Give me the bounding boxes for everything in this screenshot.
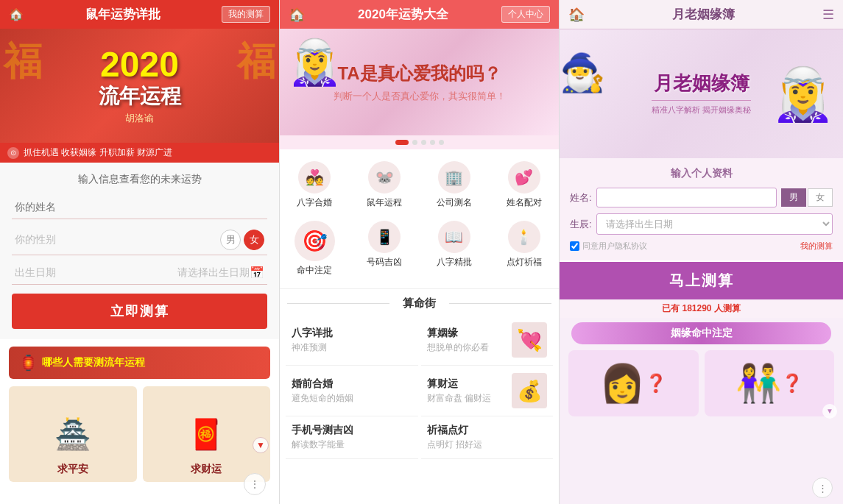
p2-list-text-bazi: 八字详批 神准预测 bbox=[292, 327, 412, 354]
p1-promo-icon: 🏮 bbox=[19, 354, 38, 372]
p1-share-button[interactable]: ⋮ bbox=[244, 473, 266, 495]
p2-label-minzhong: 命中注定 bbox=[297, 264, 332, 277]
p2-icon-bazijingpi: 📖 bbox=[438, 221, 470, 253]
p1-fu-right: 福 bbox=[237, 36, 275, 88]
p3-submit-button[interactable]: 马上测算 bbox=[560, 262, 843, 299]
p3-cards-title: 姻缘命中注定 bbox=[571, 322, 831, 344]
p2-grid-shunian[interactable]: 🐭 鼠年运程 bbox=[350, 155, 420, 215]
p1-card-2[interactable]: 🧧 求财运 bbox=[143, 386, 271, 482]
p1-card-2-label: 求财运 bbox=[191, 463, 222, 476]
p3-banner-subtitle: 精准八字解析 揭开姻缘奥秘 bbox=[652, 100, 751, 116]
p2-list-row-3: 手机号测吉凶 解读数字能量 祈福点灯 点明灯 招好运 bbox=[286, 416, 553, 459]
p1-scroll-down-button[interactable]: ▼ bbox=[253, 437, 269, 453]
p2-list-text-yinyuan: 算姻缘 想脱单的你必看 bbox=[427, 327, 505, 354]
p3-form-title: 输入个人资料 bbox=[570, 167, 833, 180]
p2-list-title-qifu: 祈福点灯 bbox=[427, 424, 548, 437]
p3-date-row: 生辰: 请选择出生日期 bbox=[570, 213, 833, 235]
p3-male-button[interactable]: 男 bbox=[781, 188, 806, 207]
p1-header-title: 鼠年运势详批 bbox=[85, 6, 161, 23]
p2-grid-minzhong[interactable]: 🎯 命中注定 bbox=[280, 215, 350, 283]
p2-home-icon[interactable]: 🏠 bbox=[289, 7, 305, 23]
p2-personal-center-button[interactable]: 个人中心 bbox=[501, 6, 550, 23]
panel-3: 🏠 月老姻缘簿 ☰ 🧙‍♂️ 月老姻缘簿 精准八字解析 揭开姻缘奥秘 🧝‍♀️ … bbox=[560, 0, 843, 504]
panel-2: 🏠 2020年运势大全 个人中心 🧝‍♀️ TA是真心爱我的吗？ 判断一个人是否… bbox=[280, 0, 560, 504]
p1-card-1-label: 求平安 bbox=[57, 463, 88, 476]
p2-list-sub-hunqian: 避免短命的婚姻 bbox=[292, 392, 412, 405]
p2-list-img-caiyun: 💰 bbox=[512, 373, 547, 408]
p2-icon-company: 🏢 bbox=[438, 161, 470, 194]
p2-list-img-yinyuan: 💘 bbox=[512, 322, 547, 358]
p3-banner-title: 月老姻缘簿 bbox=[652, 72, 751, 95]
p2-label-bazihehun: 八字合婚 bbox=[297, 196, 332, 209]
p3-card-2-overlay: 👫 ❓ bbox=[705, 350, 835, 416]
p2-dot-1[interactable] bbox=[395, 140, 409, 145]
p2-list-item-bazixiangpi[interactable]: 八字详批 神准预测 bbox=[286, 315, 418, 366]
p1-calendar-icon[interactable]: 📅 bbox=[250, 266, 264, 280]
p1-male-button[interactable]: 男 bbox=[220, 230, 241, 250]
p1-name-input[interactable] bbox=[12, 195, 267, 219]
p2-label-shunian: 鼠年运程 bbox=[367, 196, 402, 209]
p2-dot-2[interactable] bbox=[412, 140, 417, 145]
panel-1: 🏠 鼠年运势详批 我的测算 福 福 2020 流年运程 胡洛谕 ⊙ 抓住机遇 收… bbox=[0, 0, 280, 504]
p3-card-2[interactable]: 👫 ❓ bbox=[705, 350, 835, 416]
p2-list-sub-haomatest: 解读数字能量 bbox=[292, 439, 412, 451]
p3-banner-figure-left: 🧙‍♂️ bbox=[560, 52, 605, 94]
p2-list-row-1: 八字详批 神准预测 算姻缘 想脱单的你必看 💘 bbox=[286, 315, 553, 366]
p2-list: 八字详批 神准预测 算姻缘 想脱单的你必看 💘 婚前合婚 避免短命的婚姻 bbox=[280, 315, 559, 504]
p2-list-text-haomatest: 手机号测吉凶 解读数字能量 bbox=[292, 424, 412, 451]
p1-banner-person: 胡洛谕 bbox=[125, 112, 154, 125]
p2-banner-content: TA是真心爱我的吗？ 判断一个人是否真心爱你，其实很简单！ bbox=[334, 62, 506, 103]
p2-list-item-qifudiandeng[interactable]: 祈福点灯 点明灯 招好运 bbox=[421, 416, 554, 459]
p1-banner-year: 2020 bbox=[100, 47, 179, 82]
p2-icon-xingming: 💕 bbox=[508, 161, 540, 194]
p1-female-button[interactable]: 女 bbox=[244, 230, 264, 250]
p2-menu-grid: 💑 八字合婚 🐭 鼠年运程 🏢 公司测名 💕 姓名配对 🎯 命中注定 📱 号码吉… bbox=[280, 149, 559, 289]
p2-grid-bazijingpi[interactable]: 📖 八字精批 bbox=[420, 215, 490, 283]
p3-share-button[interactable]: ⋮ bbox=[812, 478, 833, 498]
p2-dot-5[interactable] bbox=[439, 140, 444, 145]
p3-name-input[interactable] bbox=[596, 188, 777, 207]
p1-ticker: ⊙ 抓住机遇 收获姻缘 升职加薪 财源广进 bbox=[0, 143, 279, 163]
p3-date-label: 生辰: bbox=[570, 218, 592, 231]
p3-cards-section: 姻缘命中注定 👩 ❓ 👫 ❓ ▼ ⋮ bbox=[560, 318, 843, 504]
p3-gender-buttons: 男 女 bbox=[781, 188, 833, 207]
p2-list-sub-qifu: 点明灯 招好运 bbox=[427, 439, 548, 451]
p1-home-icon[interactable]: 🏠 bbox=[9, 7, 24, 21]
p2-list-item-suancaiyun[interactable]: 算财运 财富命盘 偏财运 💰 bbox=[421, 366, 554, 416]
p2-icon-diandeng: 🕯️ bbox=[508, 221, 540, 253]
p2-header-title: 2020年运势大全 bbox=[358, 6, 448, 23]
p2-banner-dots bbox=[280, 135, 559, 149]
p1-date-label: 出生日期 bbox=[15, 266, 177, 280]
p2-banner: 🧝‍♀️ TA是真心爱我的吗？ 判断一个人是否真心爱你，其实很简单！ bbox=[280, 29, 559, 135]
p2-label-diandeng: 点灯祈福 bbox=[507, 256, 542, 269]
p1-card-1[interactable]: 🏯 求平安 bbox=[9, 386, 137, 482]
p1-my-calc-button[interactable]: 我的测算 bbox=[222, 6, 270, 23]
p3-home-icon[interactable]: 🏠 bbox=[568, 7, 585, 23]
p3-date-select[interactable]: 请选择出生日期 bbox=[596, 213, 833, 235]
p2-list-item-suanyinyuan[interactable]: 算姻缘 想脱单的你必看 💘 bbox=[421, 315, 554, 366]
p1-fu-left: 福 bbox=[4, 36, 42, 88]
p2-icon-haoma: 📱 bbox=[368, 221, 401, 253]
p2-dot-4[interactable] bbox=[430, 140, 435, 145]
p2-grid-company[interactable]: 🏢 公司测名 bbox=[420, 155, 490, 215]
p3-my-account-link[interactable]: 我的测算 bbox=[800, 241, 833, 252]
p2-list-item-haomajixiong[interactable]: 手机号测吉凶 解读数字能量 bbox=[286, 416, 418, 459]
p2-label-company: 公司测名 bbox=[437, 196, 472, 209]
p2-grid-haomaduike[interactable]: 📱 号码吉凶 bbox=[350, 215, 420, 283]
p3-female-button[interactable]: 女 bbox=[808, 188, 833, 207]
p2-grid-diandeng[interactable]: 🕯️ 点灯祈福 bbox=[489, 215, 559, 283]
p2-grid-xingming[interactable]: 💕 姓名配对 bbox=[489, 155, 559, 215]
p2-list-sub-caiyun: 财富命盘 偏财运 bbox=[427, 392, 505, 405]
p2-grid-bazihehun[interactable]: 💑 八字合婚 bbox=[280, 155, 350, 215]
p3-menu-icon[interactable]: ☰ bbox=[822, 7, 834, 23]
p1-promo-banner[interactable]: 🏮 哪些人需要测流年运程 bbox=[9, 347, 270, 379]
p2-list-row-2: 婚前合婚 避免短命的婚姻 算财运 财富命盘 偏财运 💰 bbox=[286, 366, 553, 416]
p3-agree-checkbox[interactable] bbox=[570, 241, 579, 251]
p1-submit-button[interactable]: 立即测算 bbox=[12, 294, 267, 329]
p2-list-item-hunqian[interactable]: 婚前合婚 避免短命的婚姻 bbox=[286, 366, 418, 416]
p2-dot-3[interactable] bbox=[421, 140, 426, 145]
p2-banner-question: TA是真心爱我的吗？ bbox=[334, 62, 506, 85]
p3-cards-title-wrap: 姻缘命中注定 bbox=[571, 322, 831, 344]
p3-card-1[interactable]: 👩 ❓ bbox=[568, 350, 699, 416]
p3-scroll-button[interactable]: ▼ bbox=[822, 404, 837, 419]
